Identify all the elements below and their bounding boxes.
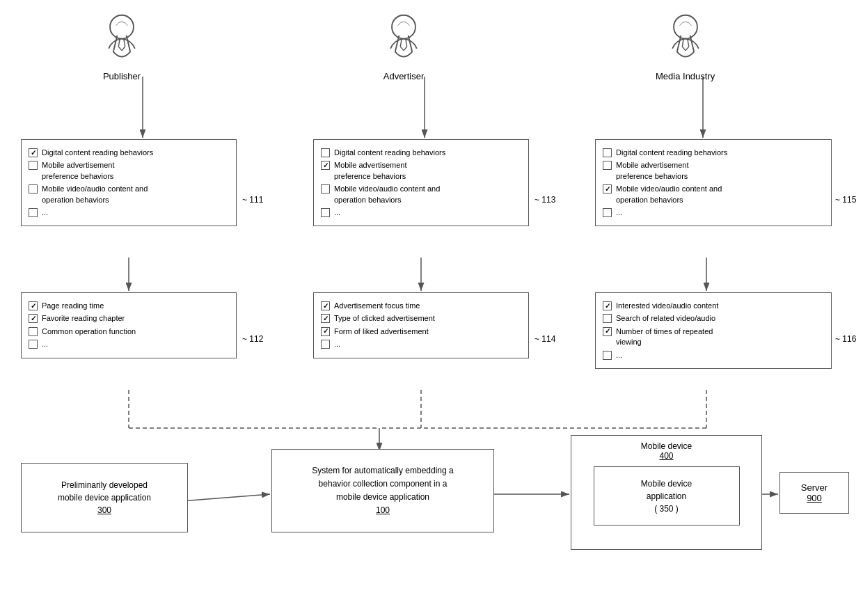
cb-112-3: Common operation function — [29, 326, 229, 337]
svg-point-17 — [110, 15, 134, 39]
svg-line-29 — [400, 47, 404, 51]
checkbox-checked — [29, 314, 38, 323]
advertiser-actor: Advertiser — [379, 13, 428, 81]
cb-116-1: Interested video/audio content — [603, 301, 824, 311]
box-100-ref: 100 — [376, 505, 390, 515]
box-900: Server 900 — [779, 472, 849, 514]
publisher-actor: Publisher — [97, 13, 146, 81]
ref-111: ~ 111 — [242, 195, 263, 205]
svg-line-32 — [676, 35, 681, 52]
checkbox-checked — [321, 161, 330, 170]
box-100-text: System for automatically embedding abeha… — [312, 464, 453, 518]
checkbox-checked — [603, 301, 612, 310]
checkbox-checked — [603, 184, 612, 194]
box-400-label: Mobile device 400 — [578, 441, 754, 461]
checkbox-checked — [29, 301, 38, 310]
checkbox-unchecked — [321, 208, 330, 217]
media-icon — [661, 13, 710, 68]
cb-111-2: Mobile advertisementpreference behaviors — [29, 160, 229, 182]
checkbox-unchecked — [603, 161, 612, 170]
svg-line-25 — [395, 35, 399, 52]
cb-114-4: ... — [321, 339, 521, 349]
cb-116-2: Search of related video/audio — [603, 313, 824, 324]
media-label: Media Industry — [656, 71, 715, 81]
advertiser-icon — [379, 13, 428, 68]
svg-line-14 — [181, 494, 270, 501]
cb-113-3: Mobile video/audio content andoperation … — [321, 184, 521, 205]
svg-point-24 — [392, 15, 415, 39]
checkbox-unchecked — [321, 184, 330, 194]
svg-line-26 — [409, 35, 413, 52]
checkbox-checked — [29, 148, 38, 157]
cb-113-2: Mobile advertisementpreference behaviors — [321, 160, 521, 182]
checkbox-checked — [321, 314, 330, 323]
svg-line-30 — [404, 47, 407, 51]
checkbox-unchecked — [29, 340, 38, 349]
cb-111-4: ... — [29, 207, 229, 218]
cb-115-3: Mobile video/audio content andoperation … — [603, 184, 824, 205]
svg-line-18 — [113, 35, 118, 52]
cb-113-1: Digital content reading behaviors — [321, 148, 521, 158]
cb-114-2: Type of clicked advertisement — [321, 313, 521, 324]
box-300-text: Preliminarily developedmobile device app… — [58, 479, 151, 516]
publisher-icon — [97, 13, 146, 68]
box-114: Advertisement focus time Type of clicked… — [313, 292, 529, 358]
svg-line-33 — [690, 35, 694, 52]
checkbox-unchecked — [29, 184, 38, 194]
box-111: Digital content reading behaviors Mobile… — [21, 139, 237, 226]
checkbox-unchecked — [321, 340, 330, 349]
publisher-label: Publisher — [103, 71, 141, 81]
cb-113-4: ... — [321, 207, 521, 218]
cb-116-3: Number of times of repeatedviewing — [603, 326, 824, 348]
cb-111-1: Digital content reading behaviors — [29, 148, 229, 158]
ref-116: ~ 116 — [835, 334, 856, 344]
checkbox-unchecked — [29, 327, 38, 336]
box-112: Page reading time Favorite reading chapt… — [21, 292, 237, 358]
advertiser-label: Advertiser — [383, 71, 425, 81]
svg-line-22 — [118, 47, 122, 51]
checkbox-unchecked — [29, 208, 38, 217]
box-100: System for automatically embedding abeha… — [271, 449, 494, 532]
svg-line-36 — [682, 47, 686, 51]
checkbox-checked — [603, 327, 612, 336]
svg-point-31 — [674, 15, 697, 39]
svg-line-19 — [127, 35, 131, 52]
checkbox-checked — [321, 327, 330, 336]
ref-114: ~ 114 — [535, 334, 555, 344]
cb-112-4: ... — [29, 339, 229, 349]
cb-112-1: Page reading time — [29, 301, 229, 311]
svg-line-37 — [686, 47, 689, 51]
cb-112-2: Favorite reading chapter — [29, 313, 229, 324]
ref-112: ~ 112 — [242, 334, 263, 344]
cb-115-1: Digital content reading behaviors — [603, 148, 824, 158]
box-300: Preliminarily developedmobile device app… — [21, 463, 188, 532]
box-115: Digital content reading behaviors Mobile… — [595, 139, 832, 226]
checkbox-unchecked — [321, 148, 330, 157]
cb-115-2: Mobile advertisementpreference behaviors — [603, 160, 824, 182]
checkbox-checked — [321, 301, 330, 310]
cb-111-3: Mobile video/audio content andoperation … — [29, 184, 229, 205]
cb-115-4: ... — [603, 207, 824, 218]
checkbox-unchecked — [603, 314, 612, 323]
checkbox-unchecked — [603, 351, 612, 360]
ref-115: ~ 115 — [835, 195, 856, 205]
box-116: Interested video/audio content Search of… — [595, 292, 832, 369]
cb-116-4: ... — [603, 350, 824, 361]
checkbox-unchecked — [603, 208, 612, 217]
checkbox-unchecked — [29, 161, 38, 170]
box-300-ref: 300 — [97, 505, 111, 515]
ref-113: ~ 113 — [535, 195, 555, 205]
box-113: Digital content reading behaviors Mobile… — [313, 139, 529, 226]
box-400: Mobile device 400 Mobile deviceapplicati… — [571, 435, 762, 550]
media-actor: Media Industry — [656, 13, 715, 81]
box-350: Mobile deviceapplication( 350 ) — [594, 466, 740, 526]
checkbox-unchecked — [603, 148, 612, 157]
cb-114-1: Advertisement focus time — [321, 301, 521, 311]
svg-line-23 — [122, 47, 125, 51]
cb-114-3: Form of liked advertisement — [321, 326, 521, 337]
